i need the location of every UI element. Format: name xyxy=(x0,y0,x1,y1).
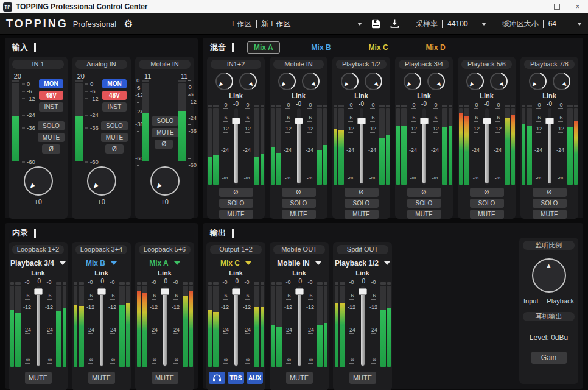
mute-button[interactable]: MUTE xyxy=(470,210,504,219)
gain-knob[interactable] xyxy=(24,166,53,196)
fader-track[interactable] xyxy=(483,108,491,185)
tab-mix-d[interactable]: Mix D xyxy=(420,42,452,53)
phase-button[interactable]: Ø xyxy=(407,188,441,197)
fader-track[interactable] xyxy=(295,286,304,367)
fader-handle[interactable] xyxy=(34,288,43,295)
pan-knob-left[interactable] xyxy=(529,73,547,90)
mon-button[interactable]: MON xyxy=(102,79,127,88)
pan-knob-right[interactable] xyxy=(365,73,382,90)
gain-knob[interactable] xyxy=(150,166,180,196)
mute-button[interactable]: MUTE xyxy=(152,128,178,137)
channel-name[interactable]: IN1+2 xyxy=(211,60,261,69)
solo-button[interactable]: SOLO xyxy=(407,199,441,208)
phase-button[interactable]: Ø xyxy=(219,188,253,197)
link-label[interactable]: Link xyxy=(270,92,327,99)
source-selector[interactable]: Mix C xyxy=(206,258,265,268)
fader-handle[interactable] xyxy=(420,118,429,124)
pan-knob-right[interactable] xyxy=(302,73,320,90)
tab-mix-a[interactable]: Mix A xyxy=(247,41,280,54)
channel-name[interactable]: Loopback 3+4 xyxy=(75,245,127,254)
fader-handle[interactable] xyxy=(232,288,240,295)
pan-knob-left[interactable] xyxy=(466,73,484,90)
link-label[interactable]: Link xyxy=(270,269,329,277)
fader[interactable]: -0 xyxy=(34,278,43,367)
save-button[interactable] xyxy=(371,19,381,29)
workspace-value[interactable]: 新工作区 xyxy=(261,19,290,29)
pan-knob-left[interactable] xyxy=(341,73,359,90)
source-selector[interactable]: Playback 3/4 xyxy=(9,258,68,268)
pan-knob-right[interactable] xyxy=(239,73,257,90)
chevron-down-icon[interactable] xyxy=(481,23,486,26)
channel-name[interactable]: Loopback 5+6 xyxy=(139,245,191,254)
gain-button[interactable]: Gain xyxy=(531,352,567,364)
tab-mix-b[interactable]: Mix B xyxy=(306,42,337,53)
fader-track[interactable] xyxy=(295,108,303,185)
fader[interactable]: -0 xyxy=(545,101,554,185)
solo-button[interactable]: SOLO xyxy=(219,199,253,208)
fader-track[interactable] xyxy=(161,286,169,367)
sample-rate-value[interactable]: 44100 xyxy=(447,20,467,28)
fader-handle[interactable] xyxy=(483,118,491,124)
mute-button[interactable]: MUTE xyxy=(345,210,379,219)
solo-button[interactable]: SOLO xyxy=(470,199,504,208)
inst-button[interactable]: INST xyxy=(102,102,127,112)
fader-track[interactable] xyxy=(232,286,240,367)
solo-button[interactable]: SOLO xyxy=(101,121,128,130)
aux-button[interactable]: AUX xyxy=(247,372,263,384)
load-button[interactable] xyxy=(390,19,400,29)
mute-button[interactable]: MUTE xyxy=(38,133,65,142)
channel-name[interactable]: Playback 1/2 xyxy=(336,60,387,69)
channel-name[interactable]: Analog IN xyxy=(75,60,127,69)
link-label[interactable]: Link xyxy=(72,269,131,277)
link-label[interactable]: Link xyxy=(9,269,68,277)
link-label[interactable]: Link xyxy=(458,92,516,99)
phase-button[interactable]: Ø xyxy=(155,140,173,149)
fader[interactable]: -0 xyxy=(420,101,429,185)
fader-track[interactable] xyxy=(97,286,106,367)
mute-button[interactable]: MUTE xyxy=(282,210,316,219)
fader-handle[interactable] xyxy=(359,288,367,295)
solo-button[interactable]: SOLO xyxy=(282,199,316,208)
48v-button[interactable]: 48V xyxy=(102,91,127,100)
fader-handle[interactable] xyxy=(161,288,169,295)
solo-button[interactable]: SOLO xyxy=(38,121,65,130)
fader-track[interactable] xyxy=(34,286,43,367)
channel-name[interactable]: Playback 5/6 xyxy=(461,60,512,69)
fader-handle[interactable] xyxy=(295,118,303,124)
fader[interactable]: -0 xyxy=(359,278,367,367)
monitor-ratio-knob[interactable] xyxy=(532,258,566,292)
channel-name[interactable]: Loopback 1+2 xyxy=(12,245,64,254)
solo-button[interactable]: SOLO xyxy=(152,116,178,126)
pan-knob-right[interactable] xyxy=(553,73,570,90)
pan-knob-left[interactable] xyxy=(404,73,421,90)
link-label[interactable]: Link xyxy=(207,92,265,99)
fader-track[interactable] xyxy=(359,286,367,367)
headphone-button[interactable] xyxy=(209,372,225,384)
mute-button[interactable]: MUTE xyxy=(533,210,567,219)
fader[interactable]: -0 xyxy=(295,278,304,367)
fader[interactable]: -0 xyxy=(357,101,366,185)
mute-button[interactable]: MUTE xyxy=(349,372,376,384)
fader[interactable]: -0 xyxy=(295,101,303,185)
solo-button[interactable]: SOLO xyxy=(533,199,567,208)
mute-button[interactable]: MUTE xyxy=(219,210,253,219)
phase-button[interactable]: Ø xyxy=(533,188,567,197)
pan-knob-left[interactable] xyxy=(215,73,233,90)
channel-name[interactable]: IN 1 xyxy=(12,60,64,69)
channel-name[interactable]: Output 1+2 xyxy=(210,245,262,254)
minimize-button[interactable]: – xyxy=(526,0,547,13)
chevron-down-icon[interactable] xyxy=(577,23,582,26)
close-button[interactable]: × xyxy=(567,0,588,13)
fader-track[interactable] xyxy=(232,108,240,185)
fader[interactable]: -0 xyxy=(161,278,169,367)
pan-knob-right[interactable] xyxy=(427,73,445,90)
gain-knob[interactable] xyxy=(87,166,116,196)
fader-handle[interactable] xyxy=(545,118,554,124)
trs-button[interactable]: TRS xyxy=(228,372,244,384)
channel-name[interactable]: Mobile OUT xyxy=(273,245,325,254)
source-selector[interactable]: Mobile IN xyxy=(270,258,329,268)
inst-button[interactable]: INST xyxy=(39,102,63,112)
fader[interactable]: -0 xyxy=(97,278,106,367)
mute-button[interactable]: MUTE xyxy=(88,372,115,384)
phase-button[interactable]: Ø xyxy=(282,188,316,197)
